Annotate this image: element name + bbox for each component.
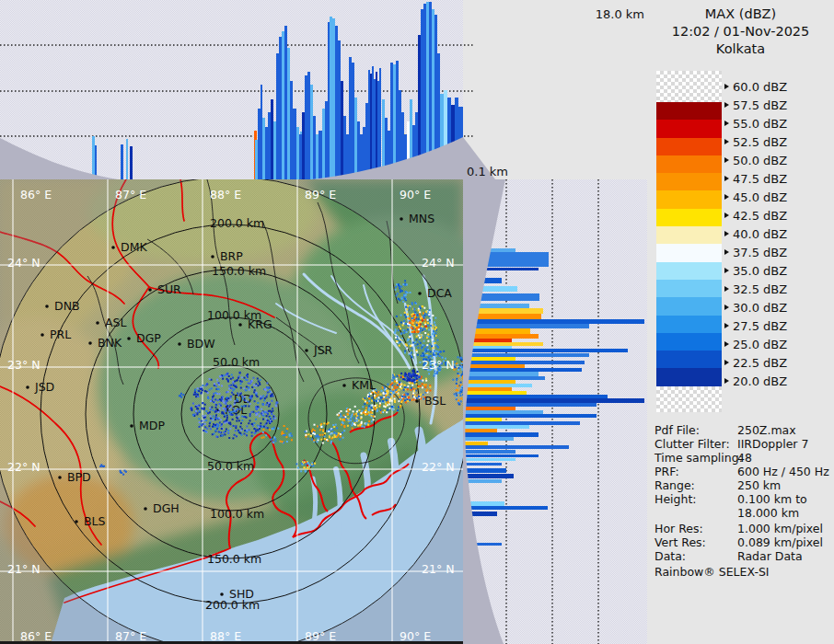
echo-speckle: [404, 284, 406, 286]
city-marker-dot: [238, 323, 242, 327]
echo-speckle: [244, 396, 246, 397]
echo-speckle: [386, 399, 388, 401]
echo-speckle: [249, 413, 251, 415]
echo-speckle: [206, 428, 208, 430]
echo-speckle: [454, 361, 456, 362]
echo-speckle: [354, 424, 356, 426]
echo-speckle: [284, 425, 285, 427]
range-ring-label: 200.0 km: [210, 216, 264, 230]
echo-speckle: [435, 327, 437, 328]
echo-speckle: [271, 413, 272, 415]
scale-label-text: 35.0 dBZ: [733, 264, 787, 278]
echo-speckle: [244, 433, 246, 435]
echo-speckle: [392, 392, 394, 394]
echo-speckle: [405, 323, 407, 325]
longitude-label-top: 87° E: [115, 188, 146, 201]
color-scale-bar: [656, 71, 722, 412]
echo-speckle: [216, 428, 218, 430]
echo-speckle: [214, 398, 216, 400]
city-marker-dot: [45, 305, 49, 308]
echo-speckle: [252, 411, 254, 413]
echo-speckle: [354, 420, 356, 422]
echo-speckle: [397, 375, 399, 377]
echo-speckle: [219, 408, 221, 410]
longitude-label-bottom: 88° E: [210, 629, 241, 643]
echo-speckle: [251, 386, 253, 388]
echo-speckle: [262, 395, 264, 397]
echo-speckle: [211, 407, 213, 408]
echo-speckle: [238, 416, 240, 418]
echo-speckle: [191, 408, 192, 409]
echo-speckle: [358, 409, 360, 411]
echo-speckle: [430, 390, 432, 392]
city-label-JSD: JSD: [34, 380, 54, 394]
longitude-label-top: 90° E: [400, 188, 431, 201]
scale-tick-arrow: [724, 286, 729, 292]
echo-speckle: [344, 416, 346, 418]
latitude-label-left: 24° N: [7, 256, 40, 270]
echo-speckle: [228, 422, 230, 424]
yz-bar: [464, 387, 512, 391]
city-marker-dot: [111, 246, 115, 249]
echo-speckle: [395, 389, 397, 391]
echo-speckle: [388, 404, 390, 406]
echo-speckle: [381, 397, 383, 399]
echo-speckle: [370, 408, 372, 409]
echo-speckle: [218, 384, 220, 385]
echo-speckle: [272, 408, 273, 409]
latitude-label-right: 21° N: [422, 562, 454, 576]
echo-speckle: [329, 429, 330, 431]
echo-speckle: [394, 400, 396, 402]
echo-speckle: [419, 379, 421, 381]
scale-label-text: 32.5 dBZ: [733, 282, 787, 296]
echo-speckle: [429, 309, 431, 311]
echo-speckle: [282, 441, 284, 443]
echo-speckle: [400, 291, 401, 293]
echo-speckle: [262, 431, 264, 433]
echo-speckle: [379, 400, 381, 402]
echo-speckle: [420, 330, 422, 332]
echo-speckle: [383, 397, 385, 398]
xz-bar: [299, 134, 302, 179]
echo-speckle: [347, 413, 349, 415]
echo-speckle: [261, 412, 262, 414]
echo-speckle: [410, 292, 411, 293]
echo-speckle: [435, 351, 437, 352]
echo-speckle: [261, 403, 263, 405]
echo-speckle: [416, 328, 418, 330]
xz-bar: [328, 22, 330, 179]
echo-speckle: [219, 393, 221, 395]
echo-speckle: [221, 428, 223, 430]
echo-speckle: [341, 415, 342, 417]
city-marker-dot: [127, 337, 131, 340]
echo-speckle: [234, 434, 236, 436]
scale-tick-arrow: [724, 323, 729, 328]
echo-speckle: [422, 344, 423, 346]
echo-speckle: [430, 351, 432, 352]
yz-bar: [464, 445, 569, 449]
echo-speckle: [269, 429, 271, 431]
echo-speckle: [209, 389, 211, 391]
echo-speckle: [245, 405, 247, 407]
echo-speckle: [210, 418, 212, 420]
yz-bar: [464, 349, 628, 352]
legend-panel: MAX (dBZ) 12:02 / 01-Nov-2025 Kolkata 60…: [647, 0, 834, 644]
echo-speckle: [233, 385, 235, 386]
echo-speckle: [416, 397, 418, 399]
echo-speckle: [459, 392, 461, 394]
echo-speckle: [258, 381, 260, 383]
yz-bar: [464, 425, 529, 429]
echo-speckle: [237, 400, 238, 402]
echo-speckle: [244, 430, 246, 431]
city-marker-dot: [148, 288, 152, 292]
echo-speckle: [267, 387, 269, 389]
echo-speckle: [210, 428, 212, 430]
echo-speckle: [424, 386, 426, 388]
xz-bar: [92, 136, 95, 179]
echo-speckle: [257, 429, 259, 431]
echo-speckle: [430, 336, 432, 338]
city-label-KML: KML: [352, 378, 376, 392]
echo-speckle: [120, 470, 122, 472]
echo-speckle: [407, 305, 409, 306]
echo-speckle: [434, 322, 435, 324]
